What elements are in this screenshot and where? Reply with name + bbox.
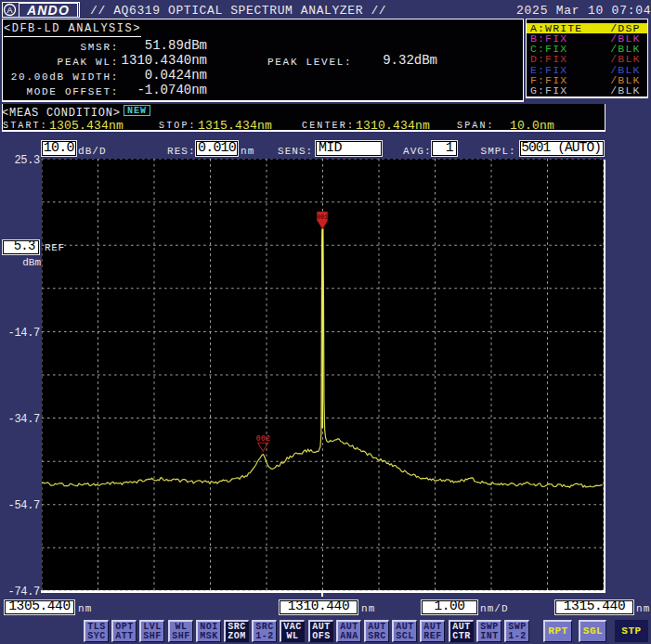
svg-text:001: 001: [317, 213, 329, 221]
svg-text:A: A: [7, 6, 12, 15]
svg-text:002: 002: [256, 434, 270, 444]
